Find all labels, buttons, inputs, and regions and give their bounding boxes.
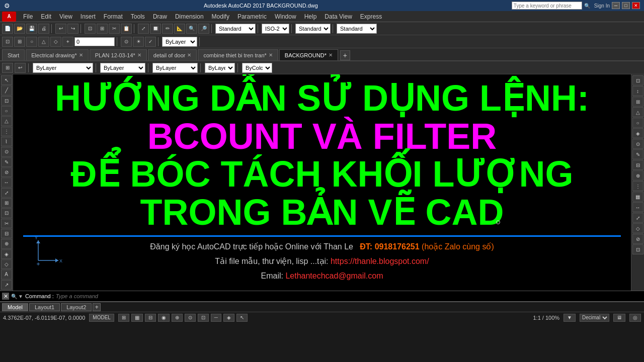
- rt13[interactable]: ↔: [632, 202, 643, 212]
- menu-dimension[interactable]: Dimension: [171, 12, 208, 21]
- bycolor-dropdown[interactable]: ByColor: [242, 63, 272, 73]
- lt8[interactable]: ⊙: [1, 147, 12, 156]
- lt9[interactable]: ✎: [1, 157, 12, 167]
- menu-help[interactable]: Help: [300, 12, 321, 21]
- rt9[interactable]: ⊟: [632, 160, 643, 170]
- isnap-btn[interactable]: ⊕: [172, 314, 183, 322]
- color-dropdown[interactable]: ByLayer: [100, 63, 145, 73]
- tb9[interactable]: ✏: [162, 24, 173, 34]
- layout-tab-model[interactable]: Model: [2, 303, 28, 311]
- rt3[interactable]: ⊞: [632, 97, 643, 107]
- snap-btn[interactable]: ▦: [131, 314, 143, 322]
- r5[interactable]: ◇: [50, 37, 61, 47]
- tb5[interactable]: ✂: [109, 24, 120, 34]
- lt15[interactable]: ✂: [1, 219, 12, 228]
- close-button[interactable]: ✕: [632, 2, 640, 9]
- tb10[interactable]: 📐: [174, 24, 185, 34]
- lt13[interactable]: ⊞: [1, 198, 12, 208]
- menu-tools[interactable]: Tools: [127, 12, 149, 21]
- ortho-btn[interactable]: ⊟: [145, 314, 156, 322]
- lt1[interactable]: ↖: [1, 75, 12, 85]
- new-btn[interactable]: 📄: [2, 24, 13, 34]
- lt3[interactable]: ⊡: [1, 96, 12, 106]
- r3[interactable]: ○: [26, 37, 37, 47]
- menu-express[interactable]: Express: [356, 12, 386, 21]
- r6[interactable]: ⌖: [62, 37, 73, 47]
- rt2[interactable]: ↕: [632, 86, 643, 96]
- tab-plan[interactable]: PLAN 12-03-14* ✕: [90, 49, 147, 60]
- menu-draw[interactable]: Draw: [149, 12, 171, 21]
- keyword-search-input[interactable]: [512, 2, 582, 10]
- linetype-dropdown[interactable]: ByLayer: [152, 63, 198, 73]
- r2[interactable]: ⊞: [14, 37, 25, 47]
- tab-door[interactable]: detail of door ✕: [148, 49, 197, 60]
- lt7[interactable]: ⌇: [1, 137, 12, 146]
- layout-tab-layout1[interactable]: Layout1: [29, 303, 60, 311]
- lt16[interactable]: ⊟: [1, 229, 12, 238]
- r7[interactable]: ⊙: [121, 37, 132, 47]
- tb3[interactable]: ⊡: [85, 24, 96, 34]
- lt10[interactable]: ⊘: [1, 167, 12, 177]
- r8[interactable]: ☀: [133, 37, 144, 47]
- standard2-combo[interactable]: Standard: [337, 24, 377, 34]
- tb12[interactable]: 🔎: [198, 24, 209, 34]
- grid-btn[interactable]: ⊞: [118, 314, 129, 322]
- layout-tab-layout2[interactable]: Layout2: [61, 303, 92, 311]
- rt8[interactable]: ✎: [632, 149, 643, 159]
- rt17[interactable]: ⊡: [632, 244, 643, 254]
- layer-dropdown[interactable]: ByLayer: [33, 63, 93, 73]
- menu-parametric[interactable]: Parametric: [233, 12, 271, 21]
- rt4[interactable]: △: [632, 107, 643, 117]
- print-btn[interactable]: 🖨: [38, 24, 49, 34]
- rt16[interactable]: ⊘: [632, 234, 643, 244]
- layer-input[interactable]: [74, 37, 115, 46]
- maximize-button[interactable]: □: [622, 2, 630, 9]
- tb4[interactable]: ⊞: [97, 24, 108, 34]
- rt12[interactable]: ▦: [632, 192, 643, 202]
- lt4[interactable]: ○: [1, 106, 12, 116]
- menu-format[interactable]: Format: [100, 12, 127, 21]
- redo-btn[interactable]: ↪: [67, 24, 78, 34]
- tab-electrical-close[interactable]: ✕: [79, 52, 83, 58]
- trans-btn[interactable]: ◈: [223, 314, 234, 322]
- lt12[interactable]: ⤢: [1, 188, 12, 198]
- bylayer-combo1[interactable]: ByLayer: [162, 37, 197, 47]
- tb8[interactable]: 🔲: [150, 24, 161, 34]
- lt6[interactable]: ⋮: [1, 127, 12, 136]
- tab-background-close[interactable]: ✕: [329, 52, 333, 58]
- tab-plan-close[interactable]: ✕: [137, 52, 141, 58]
- menu-file[interactable]: File: [19, 12, 37, 21]
- lt5[interactable]: △: [1, 116, 12, 126]
- layer-mgr-btn[interactable]: ⊞: [2, 63, 13, 73]
- menu-view[interactable]: View: [55, 12, 76, 21]
- lt19[interactable]: ◇: [1, 259, 12, 269]
- tab-background[interactable]: BACKGROUND* ✕: [279, 49, 338, 60]
- lw-btn[interactable]: ─: [211, 314, 221, 322]
- open-btn[interactable]: 📂: [14, 24, 25, 34]
- command-close-btn[interactable]: ✕: [2, 293, 9, 300]
- r9[interactable]: ✓: [145, 37, 156, 47]
- vp-scale-btn[interactable]: ▼: [564, 314, 576, 322]
- menu-edit[interactable]: Edit: [37, 12, 55, 21]
- tab-start[interactable]: Start: [2, 49, 25, 60]
- rt15[interactable]: ◇: [632, 223, 643, 233]
- hardware-btn[interactable]: 🖥: [613, 314, 625, 322]
- tb11[interactable]: 🔍: [186, 24, 197, 34]
- polar-btn[interactable]: ◉: [158, 314, 170, 322]
- add-tab-button[interactable]: +: [340, 50, 350, 60]
- tab-door-close[interactable]: ✕: [187, 52, 191, 58]
- rt11[interactable]: ⋮: [632, 181, 643, 191]
- lt21[interactable]: ↗: [1, 280, 12, 290]
- lt17[interactable]: ⊕: [1, 239, 12, 248]
- rt1[interactable]: ⊡: [632, 75, 643, 85]
- layout-add-button[interactable]: +: [93, 303, 101, 311]
- lt11[interactable]: ↔: [1, 177, 12, 187]
- r4[interactable]: △: [38, 37, 49, 47]
- lt18[interactable]: ◈: [1, 249, 12, 259]
- isolate-btn[interactable]: ◎: [629, 314, 641, 322]
- minimize-button[interactable]: ─: [612, 2, 620, 9]
- menu-window[interactable]: Window: [271, 12, 300, 21]
- model-status-btn[interactable]: MODEL: [89, 314, 114, 322]
- dyn-btn[interactable]: ⊡: [198, 314, 209, 322]
- rt7[interactable]: ⊙: [632, 139, 643, 149]
